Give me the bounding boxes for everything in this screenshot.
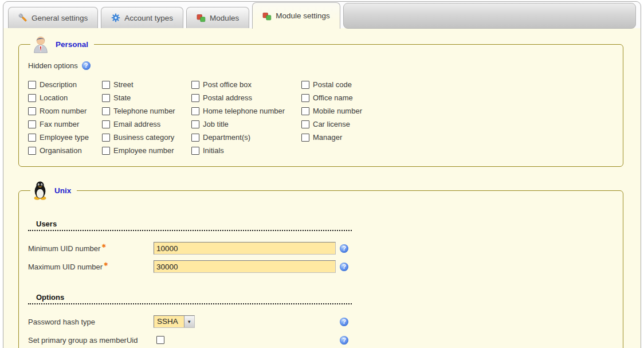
required-icon	[104, 261, 108, 267]
checkbox[interactable]	[301, 81, 309, 89]
checkbox-label: Email address	[113, 120, 160, 128]
hidden-option-item: Organisation	[28, 146, 102, 155]
personal-fieldset: Personal Hidden options DescriptionStree…	[18, 35, 623, 167]
checkbox[interactable]	[28, 107, 36, 115]
checkbox[interactable]	[191, 107, 199, 115]
hidden-option-item: State	[102, 93, 191, 102]
help-icon[interactable]	[340, 336, 348, 345]
unix-legend-label: Unix	[54, 186, 71, 195]
checkbox[interactable]	[191, 120, 199, 128]
help-icon[interactable]	[82, 61, 91, 70]
hidden-option-item: Business category	[102, 133, 191, 142]
settings-window: General settingsAccount typesModulesModu…	[3, 1, 641, 348]
password-hash-label-box: Password hash type	[28, 318, 154, 326]
checkbox[interactable]	[102, 134, 110, 142]
checkbox-label: Street	[113, 80, 133, 89]
tab-general-settings[interactable]: General settings	[8, 7, 98, 28]
checkbox-label: Manager	[313, 133, 342, 142]
required-icon	[101, 243, 106, 249]
checkbox[interactable]	[191, 94, 199, 102]
hidden-option-item: Location	[28, 93, 102, 102]
checkbox-label: Room number	[40, 107, 87, 115]
checkbox-label: Business category	[113, 133, 174, 142]
checkbox[interactable]	[28, 120, 36, 128]
tab-label: General settings	[32, 14, 88, 22]
checkbox[interactable]	[102, 94, 110, 102]
field-label: Maximum UID number	[28, 263, 103, 271]
uid-field-row: Minimum UID number	[28, 241, 615, 255]
hidden-option-item: Employee number	[102, 146, 191, 155]
field-control	[154, 242, 340, 255]
member-uid-checkbox[interactable]	[156, 336, 164, 344]
checkbox[interactable]	[191, 147, 199, 155]
tab-bar-filler	[343, 3, 636, 29]
field-control	[154, 260, 340, 273]
hidden-option-item: Home telephone number	[191, 107, 301, 115]
checkbox-label: Mobile number	[313, 107, 362, 115]
checkbox[interactable]	[28, 94, 36, 102]
password-hash-label: Password hash type	[28, 318, 95, 326]
options-section-header: Options	[28, 293, 352, 304]
checkbox[interactable]	[102, 147, 110, 155]
checkbox[interactable]	[102, 107, 110, 115]
hidden-option-item: Car license	[301, 120, 615, 128]
checkbox-label: Car license	[313, 120, 350, 128]
unix-legend: Unix	[30, 181, 77, 200]
checkbox[interactable]	[301, 120, 309, 128]
gear-icon	[111, 13, 120, 22]
checkbox[interactable]	[28, 81, 36, 89]
hidden-option-item: Fax number	[28, 120, 102, 128]
help-icon[interactable]	[340, 263, 348, 271]
hidden-option-item: Description	[28, 80, 102, 89]
password-hash-select[interactable]: SSHA	[154, 315, 195, 328]
checkbox[interactable]	[28, 147, 36, 155]
tab-modules[interactable]: Modules	[186, 7, 249, 28]
tab-account-types[interactable]: Account types	[101, 7, 183, 28]
checkbox[interactable]	[301, 107, 309, 115]
help-icon[interactable]	[340, 318, 348, 326]
hidden-options-label: Hidden options	[28, 61, 78, 70]
personal-legend-label: Personal	[56, 40, 88, 49]
checkbox[interactable]	[301, 94, 309, 102]
modules-icon	[197, 13, 206, 22]
hidden-option-item: Telephone number	[102, 107, 191, 115]
hidden-options-grid: DescriptionStreetPost office boxPostal c…	[28, 78, 615, 157]
password-hash-row: Password hash type SSHA	[28, 315, 615, 329]
hidden-option-item: Employee type	[28, 133, 102, 142]
help-icon[interactable]	[340, 244, 348, 253]
checkbox[interactable]	[191, 134, 199, 142]
module-settings-panel: Personal Hidden options DescriptionStree…	[3, 28, 641, 348]
hidden-option-item: Room number	[28, 107, 102, 115]
hidden-option-item: Postal address	[191, 93, 301, 102]
hidden-option-item: Job title	[191, 120, 301, 128]
options-section-title: Options	[36, 293, 64, 302]
checkbox-label: State	[113, 93, 131, 102]
checkbox[interactable]	[191, 81, 199, 89]
checkbox[interactable]	[301, 134, 309, 142]
chevron-down-icon	[184, 316, 194, 327]
checkbox[interactable]	[28, 134, 36, 142]
checkbox[interactable]	[102, 120, 110, 128]
tab-bar: General settingsAccount typesModulesModu…	[3, 2, 641, 28]
minimum-uid-input[interactable]	[154, 242, 336, 255]
tab-label: Module settings	[276, 11, 330, 20]
password-hash-selected-value: SSHA	[154, 316, 184, 327]
uid-field-row: Maximum UID number	[28, 260, 615, 273]
wrench-icon	[18, 13, 28, 22]
member-uid-control	[154, 336, 340, 344]
modules-icon	[262, 11, 272, 21]
tab-module-settings[interactable]: Module settings	[252, 2, 340, 29]
checkbox[interactable]	[102, 81, 110, 89]
hidden-option-item: Post office box	[191, 80, 301, 89]
checkbox-label: Description	[40, 80, 77, 89]
hidden-option-item: Initials	[191, 146, 301, 155]
checkbox-label: Office name	[313, 93, 353, 102]
password-hash-control: SSHA	[154, 315, 340, 328]
checkbox-label: Postal address	[203, 93, 252, 102]
hidden-option-item: Mobile number	[301, 107, 615, 115]
hidden-option-item: Email address	[102, 120, 191, 128]
personal-legend: Personal	[30, 35, 94, 53]
users-fields: Minimum UID numberMaximum UID number	[28, 241, 615, 273]
hidden-option-item: Street	[102, 80, 191, 89]
maximum-uid-input[interactable]	[154, 260, 336, 273]
